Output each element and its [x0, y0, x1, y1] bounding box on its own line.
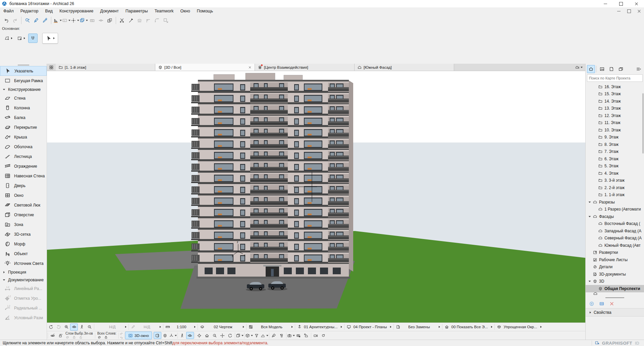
toolbox-item[interactable]: Оболочка — [0, 142, 47, 152]
quickbar-dropdown[interactable]: 1:100 — [164, 323, 197, 331]
nav-zoom-in[interactable] — [62, 324, 70, 331]
toolbox-item[interactable]: Балка — [0, 113, 47, 122]
lock-icon[interactable] — [72, 335, 76, 339]
hide-icon[interactable] — [97, 335, 101, 339]
tree-chevron-icon[interactable] — [588, 279, 591, 283]
toolbox-item[interactable]: 1.2Радиальный ... — [0, 303, 47, 313]
tree-item[interactable]: Детали — [586, 264, 644, 271]
dropdown-arrow-icon[interactable] — [293, 335, 295, 336]
view-walk[interactable] — [178, 332, 186, 339]
toolbox-item[interactable]: 1.2Отметка Уро... — [0, 293, 47, 303]
menu-item[interactable]: Документ — [97, 7, 122, 15]
toolbox-item[interactable]: Указатель — [0, 66, 47, 76]
toolbox-item[interactable]: Лестница — [0, 152, 47, 161]
tree-scrollbar[interactable] — [642, 84, 644, 295]
menu-item[interactable]: Файл — [0, 7, 17, 15]
tree-item[interactable]: 2. 2-й этаж — [586, 184, 644, 191]
toolbar-button-guide-lines[interactable] — [53, 16, 62, 25]
navigator-layout-book[interactable] — [607, 65, 615, 73]
toolbar-button-redo[interactable] — [11, 16, 19, 25]
tree-item[interactable]: 3D-документы — [586, 271, 644, 278]
3d-window-button[interactable]: 3D-окно — [125, 332, 152, 339]
menu-item[interactable]: Окно — [177, 7, 194, 15]
doc-close-button[interactable] — [634, 7, 644, 15]
view-perspective[interactable] — [154, 332, 161, 339]
toolbox-item[interactable]: Бегущая Рамка — [0, 76, 47, 85]
search-input[interactable] — [587, 76, 642, 80]
quickbar-dropdown[interactable]: 01 Архитектурны... — [296, 323, 343, 331]
view-paint-drop[interactable] — [278, 332, 285, 339]
toolbox-section-expanded[interactable]: Конструирование — [0, 85, 47, 93]
view-home[interactable] — [203, 332, 211, 339]
tree-item[interactable]: 3D — [586, 278, 644, 285]
panel-resize-gripper[interactable] — [605, 297, 624, 298]
view-cutplane[interactable] — [261, 332, 268, 339]
plus-circle-icon[interactable] — [589, 301, 594, 306]
menu-item[interactable]: Teamwork — [151, 7, 177, 15]
tree-item[interactable]: 4. Этаж — [586, 170, 644, 177]
quickbar-dropdown[interactable]: Н/Д — [95, 323, 128, 331]
doc-restore-button[interactable] — [624, 7, 634, 15]
tree-chevron-icon[interactable] — [588, 200, 591, 204]
properties-panel-header[interactable]: Свойства — [586, 308, 644, 316]
quickbar-dropdown[interactable]: 02 Чертеж — [199, 323, 246, 331]
dropdown-arrow-icon[interactable] — [175, 335, 177, 336]
toolbar-button-inject-parameters[interactable] — [41, 16, 49, 25]
dropdown-arrow-icon[interactable] — [60, 20, 62, 21]
tree-chevron-icon[interactable] — [588, 215, 591, 219]
lock-icon[interactable] — [104, 335, 108, 339]
tree-item[interactable]: Фасады — [586, 213, 644, 220]
tab-overflow-button[interactable] — [572, 64, 585, 71]
toolbar-button-snap-guides[interactable] — [70, 16, 79, 25]
tab--3d-все-[interactable]: [3D / Все] — [155, 64, 255, 71]
tree-item[interactable]: 16. Этаж — [586, 83, 644, 91]
tree-item[interactable]: Восточный Фасад ( — [586, 220, 644, 228]
dropdown-arrow-icon[interactable] — [251, 335, 253, 336]
nav-fit-view[interactable] — [86, 324, 93, 331]
view-axonometry[interactable] — [161, 332, 169, 339]
tree-item[interactable]: 8. Этаж — [586, 141, 644, 148]
toolbox-item[interactable]: Окно — [0, 190, 47, 200]
toolbox-item[interactable]: Крыша — [0, 132, 47, 142]
selection-button-select-marquee[interactable] — [15, 34, 27, 43]
tab--центр-взаимодействия-[interactable]: [Центр Взаимодействия] — [255, 64, 355, 71]
tree-item[interactable]: 9. Этаж — [586, 134, 644, 141]
view-zoom-prev[interactable] — [211, 332, 219, 339]
toolbar-button-undo[interactable] — [2, 16, 11, 25]
tab-layout-button[interactable] — [47, 64, 56, 71]
tree-item[interactable]: 7. Этаж — [586, 148, 644, 156]
toolbar-button-split[interactable] — [118, 16, 126, 25]
toolbox-item[interactable]: 3D-сетка — [0, 229, 47, 239]
toolbox-item[interactable]: 1.2Линейный Ра... — [0, 284, 47, 293]
view-select-elements[interactable] — [196, 332, 203, 339]
toolbox-item[interactable]: Источник Света — [0, 258, 47, 268]
toolbar-button-fillet[interactable] — [153, 16, 161, 25]
tree-item[interactable]: Северный Фасад (А — [586, 235, 644, 242]
view-filter-shell[interactable] — [253, 332, 261, 339]
view-env-magic[interactable] — [320, 332, 327, 339]
toolbox-item[interactable]: Зона — [0, 220, 47, 229]
3d-viewport[interactable]: zyx — [47, 71, 585, 323]
toolbox-item[interactable]: Ограждение — [0, 161, 47, 171]
quickbar-dropdown[interactable]: Упрощенная Окр... — [495, 323, 543, 331]
navigator-project-map[interactable] — [587, 65, 595, 73]
toolbar-button-coordinates[interactable]: xy — [62, 16, 70, 25]
dropdown-arrow-icon[interactable] — [77, 20, 79, 21]
nav-redo-view[interactable] — [55, 324, 62, 331]
view-camera[interactable] — [287, 332, 295, 339]
toolbox-item[interactable]: Стена — [0, 93, 47, 103]
tree-scrollbar-thumb[interactable] — [642, 93, 644, 154]
view-orbit[interactable] — [186, 332, 194, 339]
nav-undo-view[interactable] — [47, 324, 55, 331]
toolbar-button-auto-dimension[interactable]: 12 — [88, 16, 97, 25]
toolbox-item[interactable]: Колонна — [0, 103, 47, 113]
quickbar-dropdown[interactable]: Без Замены — [394, 323, 441, 331]
layers-layer-lock[interactable] — [56, 332, 64, 339]
dropdown-arrow-icon[interactable] — [86, 20, 88, 21]
quickbar-dropdown[interactable]: 04 Проект - Планы — [345, 323, 393, 331]
tree-item[interactable]: 5. Этаж — [586, 163, 644, 170]
tab-close-icon[interactable] — [248, 65, 252, 69]
view-video[interactable] — [312, 332, 320, 339]
dropdown-arrow-icon[interactable] — [241, 335, 244, 336]
tab--южный-фасад-[interactable]: [Южный Фасад] — [355, 64, 454, 71]
